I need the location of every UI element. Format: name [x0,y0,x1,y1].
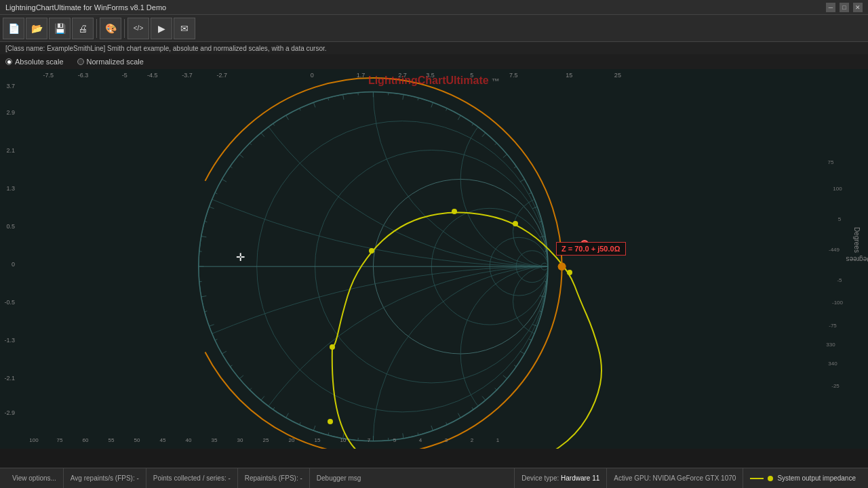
titlebar: LightningChartUltimate for WinForms v8.1… [0,0,868,15]
new-button[interactable]: 📄 [3,18,24,39]
repaints-status: Repaints/s (FPS): - [238,468,310,488]
titlebar-controls: ─ □ ✕ [826,3,863,12]
scale-options: Absolute scale Normalized scale [0,54,868,69]
statusbar: View options... Avg repaints/s (FPS): - … [0,468,868,488]
points-status: Points collected / series: - [146,468,238,488]
run-button[interactable]: ▶ [151,18,172,39]
normalized-scale-label: Normalized scale [87,58,144,66]
toolbar: 📄 📂 💾 🖨 🎨 </> ▶ ✉ [0,15,868,42]
normalized-scale-radio[interactable] [77,58,84,65]
titlebar-title: LightningChartUltimate for WinForms v8.1… [5,3,166,12]
smith-chart[interactable] [0,69,868,449]
legend-item: System output impedance [743,474,863,482]
close-button[interactable]: ✕ [853,3,863,12]
debugger-status: Debugger msg [310,468,515,488]
subtitle-text: [Class name: ExampleSmithLine] Smith cha… [5,45,327,52]
absolute-scale-radio[interactable] [5,58,12,65]
absolute-scale-option[interactable]: Absolute scale [5,58,64,66]
separator-1 [96,19,97,38]
minimize-button[interactable]: ─ [826,3,835,12]
code-button[interactable]: </> [127,18,149,39]
palette-button[interactable]: 🎨 [100,18,121,39]
mail-button[interactable]: ✉ [174,18,195,39]
legend-label: System output impedance [777,474,856,482]
open-button[interactable]: 📂 [26,18,47,39]
maximize-button[interactable]: □ [840,3,849,12]
normalized-scale-option[interactable]: Normalized scale [77,58,144,66]
legend-line [750,478,764,479]
device-type-status: Device type: Hardware 11 [515,468,607,488]
chart-area[interactable]: LightningChartUltimate ™ Z = 70.0 + j50.… [0,69,868,449]
legend-dot [768,476,773,481]
degrees-axis-label: Degrees [846,256,868,263]
fps-status: Avg repaints/s (FPS): - [64,468,146,488]
absolute-scale-label: Absolute scale [15,58,64,66]
view-options[interactable]: View options... [5,468,64,488]
subtitle: [Class name: ExampleSmithLine] Smith cha… [0,42,868,54]
print-button[interactable]: 🖨 [72,18,94,39]
gpu-status: Active GPU: NVIDIA GeForce GTX 1070 [607,468,743,488]
separator-2 [124,19,125,38]
save-button[interactable]: 💾 [49,18,71,39]
